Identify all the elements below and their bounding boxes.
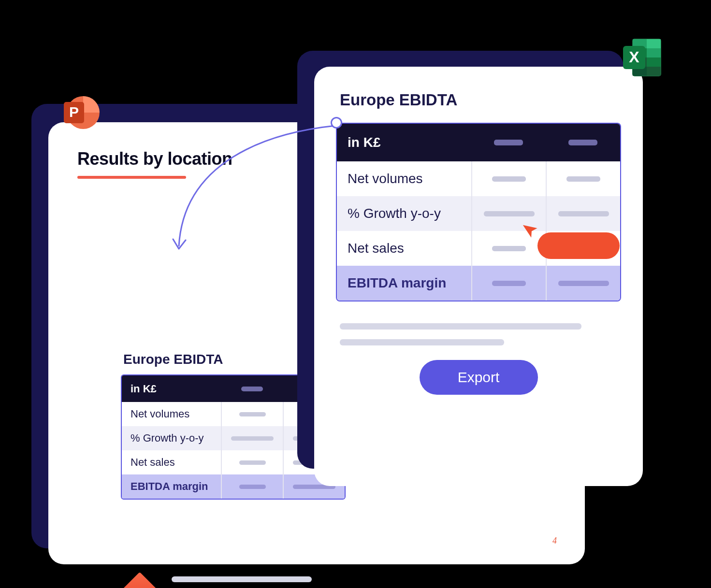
pp-row-label: Net volumes bbox=[122, 408, 221, 420]
svg-text:X: X bbox=[629, 48, 639, 66]
export-button[interactable]: Export bbox=[420, 360, 538, 395]
xl-cell[interactable] bbox=[546, 161, 620, 196]
pp-header-col1 bbox=[221, 375, 283, 402]
excel-icon: X bbox=[621, 36, 664, 79]
svg-rect-11 bbox=[647, 67, 661, 76]
xl-cell[interactable] bbox=[471, 266, 546, 301]
pp-cell bbox=[221, 474, 283, 499]
pp-cell bbox=[221, 426, 283, 450]
diamond-icon bbox=[116, 572, 163, 588]
xl-row-label: % Growth y-o-y bbox=[337, 206, 471, 221]
xl-cell[interactable] bbox=[546, 266, 620, 301]
xl-row-label: Net sales bbox=[337, 241, 471, 256]
xl-header-label: in K£ bbox=[337, 135, 471, 150]
pp-row-label: EBITDA margin bbox=[122, 480, 221, 493]
table-row: EBITDA margin bbox=[122, 474, 345, 499]
pp-row-label: % Growth y-o-y bbox=[122, 432, 221, 445]
pp-row-label: Net sales bbox=[122, 456, 221, 469]
pp-cell bbox=[221, 450, 283, 474]
xl-row-label: EBITDA margin bbox=[337, 275, 471, 291]
xl-table-header: in K£ bbox=[337, 124, 620, 161]
table-row[interactable]: Net volumes bbox=[337, 161, 620, 196]
xl-header-col1 bbox=[471, 124, 546, 161]
table-row[interactable]: EBITDA margin bbox=[337, 266, 620, 301]
connector-origin-dot bbox=[331, 117, 342, 129]
svg-rect-9 bbox=[647, 57, 661, 67]
xl-section-title: Europe EBIDTA bbox=[340, 91, 621, 109]
title-underline bbox=[77, 176, 186, 179]
xl-paragraph-placeholder bbox=[340, 323, 621, 345]
svg-rect-5 bbox=[647, 39, 661, 48]
selection-highlight bbox=[537, 232, 620, 259]
xl-row-label: Net volumes bbox=[337, 171, 471, 186]
pp-paragraph-placeholder bbox=[172, 576, 312, 588]
xl-data-table[interactable]: in K£ Net volumes % Growth y-o-y Net sal… bbox=[336, 123, 621, 301]
table-row[interactable]: % Growth y-o-y bbox=[337, 196, 620, 231]
xl-header-col2 bbox=[546, 124, 620, 161]
svg-rect-7 bbox=[647, 48, 661, 57]
excel-card: Europe EBIDTA in K£ Net volumes % Growth… bbox=[314, 67, 643, 486]
page-number: 4 bbox=[552, 536, 557, 546]
pp-section-title: Europe EBIDTA bbox=[123, 352, 223, 367]
xl-cell[interactable] bbox=[546, 196, 620, 231]
svg-text:P: P bbox=[69, 104, 79, 120]
xl-cell[interactable] bbox=[471, 161, 546, 196]
pp-header-label: in K£ bbox=[122, 383, 221, 395]
pp-cell bbox=[221, 402, 283, 426]
powerpoint-icon: P bbox=[63, 94, 100, 131]
